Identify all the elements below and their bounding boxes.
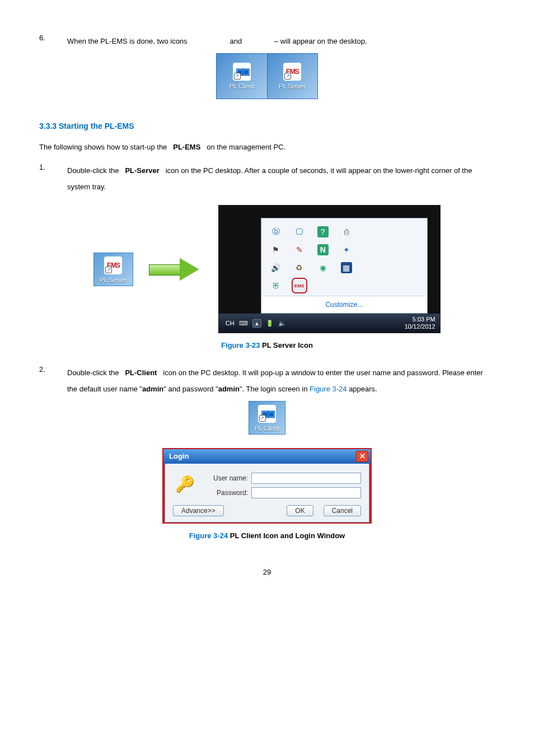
step2-i: appears. — [347, 385, 377, 393]
step2-h[interactable]: Figure 3-24 — [310, 385, 346, 393]
page-number: 29 — [39, 568, 495, 576]
step2-b: PL-Client — [125, 368, 157, 377]
shortcut-arrow-icon: ↗ — [234, 73, 241, 80]
monitor-icon: 🖵 — [294, 226, 305, 237]
fig23-num: Figure 3-23 — [221, 341, 260, 349]
step2-a: Double-click the — [67, 368, 119, 377]
flag-icon: ⚑ — [270, 244, 282, 255]
step-2: 2. Double-click the PL-Client icon on th… — [39, 365, 495, 397]
clock-date: 10/12/2012 — [405, 323, 435, 331]
pl-client-icon: ▣▣ ↗ — [258, 405, 276, 423]
system-tray-figure: ⓑ 🖵 ? ⎙ ⚑ ✎ N ✦ 🔊 ♻ ◉ — [218, 205, 441, 333]
cancel-button[interactable]: Cancel — [324, 505, 361, 516]
step1-b: PL-Server — [125, 166, 159, 175]
step-2-num: 2. — [39, 365, 67, 397]
brush-icon: ✎ — [294, 244, 305, 255]
advance-button[interactable]: Advance>> — [173, 505, 224, 516]
desktop-icon-pl-server: EMS ↗ PL Server — [267, 54, 318, 99]
figure-3-23-caption: Figure 3-23 PL Server Icon — [39, 341, 495, 349]
intro-a: The following shows how to start-up the — [39, 143, 167, 151]
step1-a: Double-click the — [67, 166, 119, 175]
pl-client-solo-figure: ▣▣ ↗ PL Client — [39, 401, 495, 435]
figure-3-24-caption: Figure 3-24 PL Client Icon and Login Win… — [39, 531, 495, 540]
login-titlebar: Login ✕ — [163, 449, 371, 464]
shortcut-arrow-icon: ↗ — [259, 415, 266, 422]
lang-indicator[interactable]: CH — [226, 320, 235, 326]
sound-icon[interactable]: 🔈 — [278, 320, 286, 327]
app-icon: ▦ — [341, 262, 352, 273]
wand-icon: ✦ — [341, 244, 352, 255]
ems-tray-icon: EMS — [294, 280, 305, 291]
step6-b: and — [229, 37, 242, 45]
step-6: 6. When the PL-EMS is done, two icons an… — [39, 34, 495, 50]
clock-time: 5:03 PM — [405, 316, 435, 324]
figure-server-to-tray: EMS ↗ PL Server ⓑ 🖵 ? ⎙ — [39, 205, 495, 333]
pl-server-desktop-icon: EMS ↗ PL Server — [93, 253, 133, 286]
keyboard-icon[interactable]: ⌨ — [239, 320, 248, 327]
pl-server-label: PL Server — [100, 277, 127, 283]
taskbar-clock[interactable]: 5:03 PM 10/12/2012 — [405, 316, 435, 332]
disc-icon: ◉ — [317, 262, 329, 273]
step-1-num: 1. — [39, 163, 67, 195]
battery-icon[interactable]: 🔋 — [266, 320, 274, 327]
shortcut-arrow-icon: ↗ — [105, 267, 112, 273]
ok-button[interactable]: OK — [287, 505, 313, 516]
tray-popup: ⓑ 🖵 ? ⎙ ⚑ ✎ N ✦ 🔊 ♻ ◉ — [261, 218, 428, 314]
step-6-body: When the PL-EMS is done, two icons and –… — [67, 34, 495, 50]
n-icon: N — [317, 244, 329, 255]
show-tray-icon[interactable]: ▴ — [252, 319, 261, 328]
intro-b: PL-EMS — [173, 143, 200, 151]
bluetooth-icon: ⓑ — [270, 226, 282, 237]
step6-c: – will appear on the desktop. — [274, 37, 367, 45]
close-icon[interactable]: ✕ — [356, 451, 368, 462]
printer-icon: ⎙ — [341, 226, 352, 237]
arrow-right-icon — [149, 258, 199, 281]
login-title-text: Login — [169, 452, 189, 460]
pl-client-desktop-icon: ▣▣ ↗ PL Client — [249, 401, 285, 435]
password-input[interactable] — [251, 487, 361, 498]
pl-server-label: PL Server — [279, 83, 306, 90]
pl-client-icon: ▣▣ ↗ — [233, 63, 251, 81]
taskbar: CH ⌨ ▴ 🔋 🔈 5:03 PM 10/12/2012 — [219, 314, 440, 333]
fig23-label: PL Server Icon — [260, 341, 312, 349]
pl-client-label: PL Client — [229, 83, 254, 90]
key-icon: 🔑 — [173, 473, 196, 496]
step-1-body: Double-click the PL-Server icon on the P… — [67, 163, 495, 195]
pl-server-icon: EMS ↗ — [283, 63, 301, 81]
username-input[interactable] — [251, 473, 361, 484]
volume-icon: 🔊 — [270, 262, 282, 273]
intro-c: on the management PC. — [207, 143, 285, 151]
step2-f: admin — [218, 385, 240, 393]
figure-desktop-icons: ▣▣ ↗ PL Client EMS ↗ PL Server — [216, 53, 318, 99]
customize-link[interactable]: Customize... — [261, 296, 427, 313]
help-icon: ? — [317, 226, 329, 237]
password-label: Password: — [203, 489, 248, 497]
step2-g: ". The login screen in — [240, 385, 310, 393]
step2-e: " and password " — [163, 385, 218, 393]
pl-client-label: PL Client — [255, 425, 279, 432]
fig24-num: Figure 3-24 — [189, 531, 228, 540]
recycle-icon: ♻ — [294, 262, 305, 273]
step-6-num: 6. — [39, 34, 67, 50]
pl-server-icon: EMS ↗ — [104, 256, 122, 274]
fig24-label: PL Client Icon and Login Window — [228, 531, 345, 540]
step2-d: admin — [142, 385, 163, 393]
intro-line: The following shows how to start-up the … — [39, 139, 495, 156]
step6-a: When the PL-EMS is done, two icons — [67, 37, 188, 45]
username-label: User name: — [203, 474, 248, 482]
login-window: Login ✕ 🔑 User name: Password: — [162, 448, 372, 524]
desktop-icon-pl-client: ▣▣ ↗ PL Client — [217, 54, 267, 99]
section-title: 3.3.3 Starting the PL-EMS — [39, 122, 495, 130]
shield-icon: ⛨ — [270, 280, 282, 291]
shortcut-arrow-icon: ↗ — [284, 73, 291, 80]
step-2-body: Double-click the PL-Client icon on the P… — [67, 365, 495, 397]
step-1: 1. Double-click the PL-Server icon on th… — [39, 163, 495, 195]
